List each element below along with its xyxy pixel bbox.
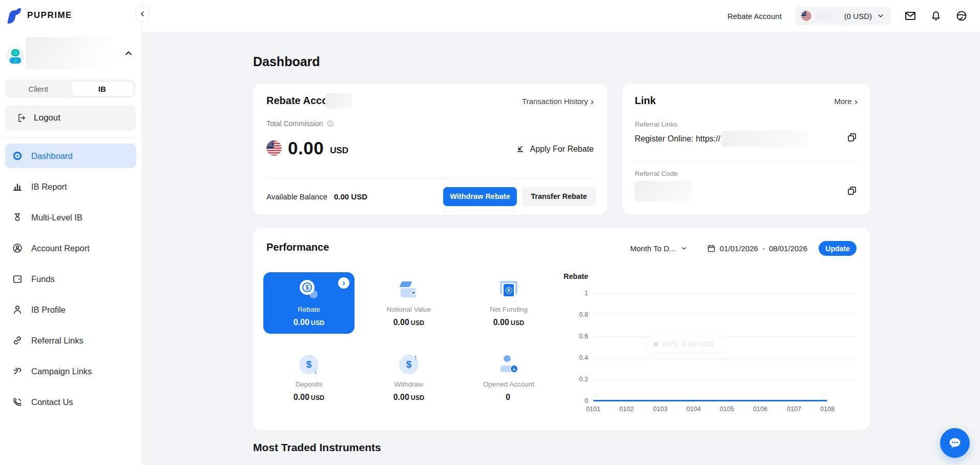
sidebar-collapse-button[interactable] — [135, 7, 150, 21]
tab-client[interactable]: Client — [7, 81, 70, 96]
sidebar-item-contact-us[interactable]: Contact Us — [5, 390, 136, 414]
account-mode-toggle: Client IB — [5, 79, 136, 98]
tile-opened-account[interactable]: + Opened Account 0 — [463, 347, 554, 409]
tile-rebate[interactable]: › $ Rebate 0.00USD — [263, 272, 355, 334]
sidebar-item-funds[interactable]: Funds — [5, 267, 136, 291]
y-axis-tick: 0.6 — [560, 333, 588, 340]
sidebar-item-label: Contact Us — [31, 397, 73, 407]
sidebar-item-label: Referral Links — [31, 336, 84, 346]
update-button[interactable]: Update — [819, 241, 857, 256]
rebate-chart: Rebate 1 0.8 0.6 0.4 0.2 0 0101 0102 010… — [560, 271, 861, 417]
medal-icon — [12, 212, 23, 223]
us-flag-icon — [266, 140, 282, 156]
total-commission-amount: 0.00 USD — [266, 138, 348, 158]
range-label: Month To D... — [630, 244, 676, 253]
tile-value: 0.00USD — [294, 318, 325, 327]
transfer-rebate-button[interactable]: Transfer Rebate — [522, 187, 596, 206]
tile-deposits[interactable]: $↓ Deposits 0.00USD — [263, 347, 355, 409]
tile-notional-value[interactable]: Notional Value 0.00USD — [363, 272, 454, 334]
chevron-down-icon — [877, 12, 885, 20]
redacted-referral-link — [721, 131, 807, 147]
referral-links-label: Referral Links — [635, 120, 677, 128]
sidebar: PUPRIME Client IB Logout Dashboard IB Re… — [0, 0, 142, 465]
user-summary[interactable] — [0, 37, 142, 70]
logout-icon — [16, 113, 27, 123]
date-range-picker[interactable]: 01/01/2026 - 08/01/2026 — [707, 244, 807, 253]
tab-ib[interactable]: IB — [70, 81, 135, 96]
wallet-blue-icon — [399, 278, 419, 301]
tooltip-label: 0102 — [662, 340, 678, 348]
tile-net-funding[interactable]: $ Net Funding 0.00USD — [463, 272, 554, 334]
tile-label: Deposits — [296, 380, 323, 388]
sidebar-item-ib-profile[interactable]: IB Profile — [5, 297, 136, 322]
globe-icon[interactable] — [955, 10, 968, 22]
chat-widget-button[interactable] — [940, 428, 970, 458]
deposit-icon: $↓ — [298, 353, 320, 376]
redacted-referral-code — [635, 181, 692, 201]
divider — [635, 160, 858, 161]
link-icon — [12, 335, 23, 346]
add-account-icon: + — [498, 353, 519, 376]
tile-withdraw[interactable]: $↑ Withdraw 0.00USD — [363, 347, 454, 409]
transaction-history-label: Transaction History — [522, 97, 588, 106]
phone-icon — [12, 396, 23, 408]
logout-button[interactable]: Logout — [5, 105, 136, 131]
total-commission-row: Total Commission — [266, 119, 335, 128]
register-online-link[interactable]: Register Online: https:// — [635, 134, 720, 144]
sidebar-item-label: Multi-Level IB — [31, 213, 82, 223]
sidebar-menu: Dashboard IB Report Multi-Level IB Accou… — [5, 144, 136, 420]
user-circle-icon — [12, 242, 23, 254]
sidebar-divider — [0, 137, 142, 138]
transaction-history-link[interactable]: Transaction History › — [522, 97, 594, 106]
mail-icon[interactable] — [904, 10, 916, 22]
more-label: More — [834, 97, 851, 106]
available-balance-label: Available Balance — [266, 192, 327, 201]
sidebar-item-ib-report[interactable]: IB Report — [5, 174, 136, 199]
copy-icon[interactable] — [846, 185, 858, 196]
performance-tiles: › $ Rebate 0.00USD Notional Value 0.00US… — [263, 272, 554, 409]
net-funding-icon: $ — [499, 278, 518, 301]
tile-value: 0.00USD — [393, 318, 425, 327]
tile-label: Withdraw — [394, 380, 423, 388]
logo: PUPRIME — [7, 6, 72, 25]
gridline — [593, 379, 857, 380]
most-traded-title: Most Traded Instruments — [253, 441, 870, 454]
chevron-down-icon — [681, 245, 687, 252]
apply-for-rebate-link[interactable]: Apply For Rebate — [515, 144, 594, 154]
bell-icon[interactable] — [930, 10, 942, 22]
tile-label: Notional Value — [387, 306, 431, 313]
link-card-title: Link — [635, 95, 656, 107]
link-more-link[interactable]: More › — [834, 97, 858, 106]
chevron-up-icon[interactable] — [124, 49, 133, 58]
withdraw-rebate-button[interactable]: Withdraw Rebate — [443, 187, 517, 206]
y-axis-tick: 0.4 — [560, 354, 588, 361]
referral-code-label: Referral Code — [635, 170, 678, 177]
y-axis-tick: 1 — [560, 290, 588, 297]
x-axis-tick: 0104 — [686, 406, 701, 413]
apply-rebate-icon — [515, 144, 525, 154]
sidebar-item-label: Campaign Links — [31, 367, 92, 376]
redacted-account-id — [325, 93, 352, 109]
commission-currency: USD — [330, 146, 348, 156]
sidebar-item-multi-level-ib[interactable]: Multi-Level IB — [5, 205, 136, 230]
performance-title: Performance — [266, 241, 329, 253]
series-dot-icon — [654, 342, 658, 347]
y-axis-tick: 0.2 — [560, 376, 588, 383]
sidebar-item-referral-links[interactable]: Referral Links — [5, 328, 136, 353]
sidebar-item-campaign-links[interactable]: Campaign Links — [5, 359, 136, 383]
date-range-select[interactable]: Month To D... — [630, 244, 687, 253]
chat-bubble-icon — [947, 435, 963, 451]
sidebar-item-account-report[interactable]: Account Report — [5, 236, 136, 260]
person-icon — [12, 304, 23, 315]
sidebar-item-label: IB Profile — [31, 305, 66, 315]
wallet-icon — [12, 273, 23, 285]
copy-icon[interactable] — [846, 132, 858, 143]
sidebar-item-dashboard[interactable]: Dashboard — [5, 144, 136, 168]
chevron-right-icon: › — [854, 98, 858, 105]
info-icon[interactable] — [326, 119, 335, 128]
account-selector[interactable]: (0 USD) — [795, 7, 891, 25]
chevron-right-icon[interactable]: › — [338, 277, 349, 289]
chevron-left-icon — [139, 10, 146, 17]
logout-label: Logout — [34, 113, 60, 123]
tile-value: 0.00USD — [294, 393, 325, 402]
